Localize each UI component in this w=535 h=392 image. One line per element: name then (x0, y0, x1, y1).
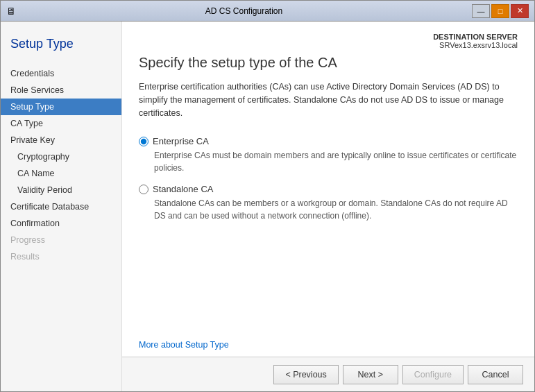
sidebar-item-role-services[interactable]: Role Services (1, 82, 121, 99)
destination-info: DESTINATION SERVER SRVex13.exsrv13.local (139, 33, 518, 49)
title-bar: 🖥 AD CS Configuration — □ ✕ (1, 1, 534, 22)
sidebar-item-results: Results (1, 248, 121, 265)
page-title: Specify the setup type of the CA (139, 55, 518, 71)
next-button[interactable]: Next > (343, 365, 398, 384)
sidebar-item-validity-period[interactable]: Validity Period (1, 182, 121, 198)
option-label-text-standalone-ca: Standalone CA (153, 184, 213, 194)
sidebar-item-ca-type[interactable]: CA Type (1, 115, 121, 132)
destination-label: DESTINATION SERVER (139, 33, 518, 41)
option-label-enterprise-ca[interactable]: Enterprise CA (139, 136, 518, 146)
sidebar: Setup Type CredentialsRole ServicesSetup… (1, 22, 122, 391)
radio-standalone-ca[interactable] (139, 185, 148, 194)
window: 🖥 AD CS Configuration — □ ✕ Setup Type C… (0, 0, 535, 392)
sidebar-item-cryptography[interactable]: Cryptography (1, 148, 121, 165)
title-bar-controls: — □ ✕ (472, 4, 529, 18)
option-label-text-enterprise-ca: Enterprise CA (153, 136, 209, 146)
cancel-button[interactable]: Cancel (468, 365, 523, 384)
maximize-button[interactable]: □ (491, 4, 509, 18)
window-title: AD CS Configuration (16, 6, 472, 16)
minimize-button[interactable]: — (472, 4, 490, 18)
sidebar-item-confirmation[interactable]: Confirmation (1, 215, 121, 232)
option-group: Enterprise CAEnterprise CAs must be doma… (139, 136, 518, 232)
main-content: DESTINATION SERVER SRVex13.exsrv13.local… (122, 22, 534, 357)
radio-enterprise-ca[interactable] (139, 137, 148, 146)
close-button[interactable]: ✕ (511, 4, 529, 18)
sidebar-header: Setup Type (1, 28, 121, 65)
main-wrapper: DESTINATION SERVER SRVex13.exsrv13.local… (122, 22, 534, 391)
destination-server: SRVex13.exsrv13.local (139, 41, 518, 49)
sidebar-item-credentials[interactable]: Credentials (1, 65, 121, 82)
sidebar-item-certificate-database[interactable]: Certificate Database (1, 198, 121, 215)
sidebar-item-progress: Progress (1, 232, 121, 248)
footer-bar: < Previous Next > Configure Cancel (122, 357, 534, 391)
option-label-standalone-ca[interactable]: Standalone CA (139, 184, 518, 194)
content-area: Setup Type CredentialsRole ServicesSetup… (1, 22, 534, 391)
previous-button[interactable]: < Previous (273, 365, 338, 384)
title-bar-icon: 🖥 (6, 6, 16, 17)
configure-button[interactable]: Configure (402, 365, 464, 384)
option-description-enterprise-ca: Enterprise CAs must be domain members an… (154, 149, 518, 174)
sidebar-item-ca-name[interactable]: CA Name (1, 165, 121, 182)
option-item-enterprise-ca: Enterprise CAEnterprise CAs must be doma… (139, 136, 518, 174)
option-description-standalone-ca: Standalone CAs can be members or a workg… (154, 197, 518, 222)
sidebar-item-private-key[interactable]: Private Key (1, 132, 121, 148)
page-description: Enterprise certification authorities (CA… (139, 80, 518, 119)
more-about-setup-link[interactable]: More about Setup Type (139, 340, 518, 350)
sidebar-item-setup-type[interactable]: Setup Type (1, 99, 121, 115)
option-item-standalone-ca: Standalone CAStandalone CAs can be membe… (139, 184, 518, 222)
